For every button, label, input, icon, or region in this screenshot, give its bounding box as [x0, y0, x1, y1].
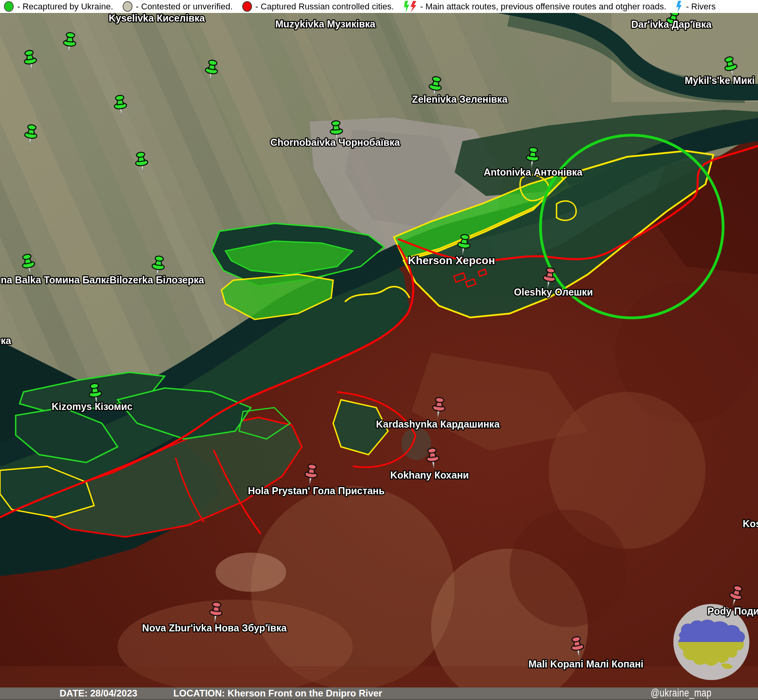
place-label-nova-zbur-ivka: Nova Zbur'ivka Нова Збур'ївка	[142, 622, 287, 633]
date-label: DATE: 28/04/2023	[60, 688, 137, 699]
legend-item-recaptured: - Recaptured by Ukraine.	[4, 1, 113, 12]
place-label-oleshky: Oleshky Олешки	[514, 287, 593, 297]
place-label-kardashynka: Kardashynka Кардашинка	[376, 419, 500, 430]
place-label-muzykivka: Muzykivka Музиківка	[275, 18, 376, 29]
legend-item-rivers: - Rivers	[676, 1, 716, 13]
place-label-mykil-s-ke: Mykil's'ke Микі	[685, 75, 755, 86]
attack-routes-icon	[403, 1, 417, 13]
place-label-hola-prystan: Hola Prystan' Гола Пристань	[248, 485, 384, 496]
legend-label: - Rivers	[686, 2, 716, 12]
location-label: LOCATION: Kherson Front on the Dnipro Ri…	[173, 688, 382, 699]
legend-item-captured: - Captured Russian controlled cities.	[242, 1, 394, 12]
legend-bar: - Recaptured by Ukraine. - Contested or …	[0, 0, 758, 13]
place-label-bilozerka: Bilozerka Білозерка	[109, 274, 204, 285]
kherson-front-satellite-map[interactable]: Kyselivka КиселівкаMuzykivka МузиківкаDa…	[0, 0, 758, 700]
footer-bar: DATE: 28/04/2023 LOCATION: Kherson Front…	[0, 687, 758, 700]
place-label-chornobaivka: Chornobaivka Чорнобаївка	[270, 137, 400, 148]
recaptured-dot-icon	[4, 1, 14, 12]
rivers-icon	[676, 1, 682, 13]
place-label-kizomys: Kizomys Кізомис	[52, 401, 133, 412]
legend-label: - Contested or unverified.	[136, 2, 233, 12]
legend-label: - Captured Russian controlled cities.	[256, 2, 394, 12]
place-label-kost: Kost	[743, 518, 758, 529]
place-label-pody: Pody Поди	[707, 606, 758, 617]
place-label-zelenivka: Zelenivka Зеленівка	[412, 94, 508, 105]
place-label-kokhany: Kokhany Кохани	[390, 470, 469, 481]
place-label-mali-kopani: Mali Kopani Малі Копані	[528, 658, 644, 669]
legend-label: - Recaptured by Ukraine.	[17, 2, 113, 12]
place-label-dar-ivka: Dar'ivka Дар'ївка	[631, 19, 712, 30]
contested-dot-icon	[123, 1, 132, 12]
legend-label: - Main attack routes, previous offensive…	[420, 2, 666, 12]
captured-dot-icon	[242, 1, 252, 12]
place-label-kherson: Kherson Херсон	[408, 254, 495, 267]
credit-handle: @ukraine_map	[651, 687, 712, 699]
legend-item-attack-routes: - Main attack routes, previous offensive…	[403, 1, 666, 13]
legend-item-contested: - Contested or unverified.	[123, 1, 233, 12]
place-label-antonivka: Antonivka Антонівка	[484, 167, 583, 178]
place-label-: ка	[1, 335, 12, 346]
place-label-kyselivka: Kyselivka Киселівка	[109, 13, 205, 24]
place-label-na-balka: na Balka Томина Балка	[1, 274, 112, 285]
